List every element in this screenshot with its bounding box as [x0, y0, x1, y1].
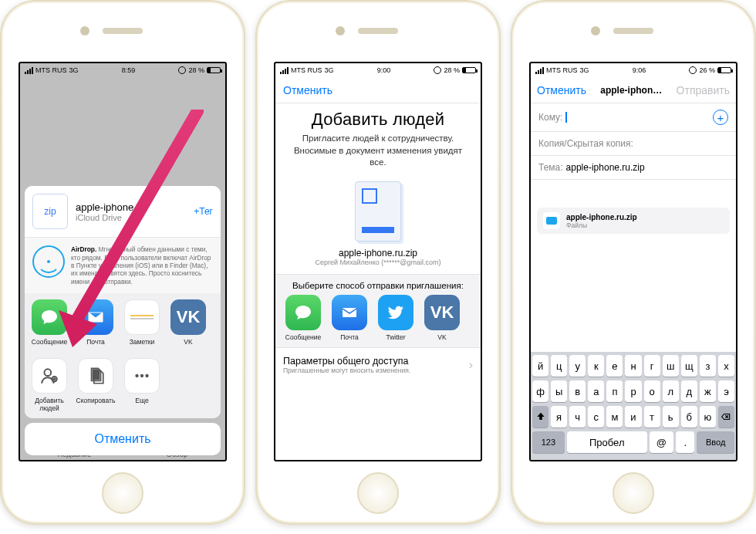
nav-title: apple-iphon… [586, 85, 677, 96]
key[interactable]: р [625, 380, 641, 402]
share-apps-row: Сообщение Почта Заметки VKVK [25, 293, 221, 352]
at-key[interactable]: @ [650, 431, 673, 453]
key[interactable]: ж [700, 380, 716, 402]
messages-icon [32, 299, 67, 335]
key[interactable]: г [644, 355, 660, 377]
numbers-key[interactable]: 123 [532, 431, 565, 453]
key[interactable]: ц [551, 355, 567, 377]
key[interactable]: у [569, 355, 586, 377]
home-button[interactable] [613, 472, 654, 514]
key[interactable]: ч [569, 406, 586, 428]
key[interactable]: е [606, 355, 623, 377]
document-name: apple-iphone.ru.zip [275, 248, 481, 259]
key[interactable]: а [588, 380, 604, 402]
clock: 9:00 [377, 66, 391, 74]
key[interactable]: к [588, 355, 604, 377]
screen-mail-compose: MTS RUS3G 9:06 26 % Отменить apple-iphon… [529, 62, 737, 461]
key[interactable]: в [569, 380, 586, 402]
share-app-messages[interactable]: Сообщение [28, 299, 71, 346]
key[interactable]: о [644, 380, 660, 402]
key[interactable]: ш [663, 355, 679, 377]
subject-field[interactable]: Тема:apple-iphone.ru.zip [531, 156, 736, 180]
key[interactable]: з [700, 355, 716, 377]
add-recipient-button[interactable]: + [713, 110, 728, 125]
key[interactable]: л [663, 380, 679, 402]
key[interactable]: й [532, 355, 548, 377]
add-tag-button[interactable]: +Тег [194, 206, 213, 217]
key[interactable]: х [718, 355, 734, 377]
svg-rect-5 [343, 308, 356, 317]
cancel-button[interactable]: Отменить [25, 423, 221, 455]
notes-icon [124, 299, 160, 335]
more-icon [124, 358, 160, 394]
invite-twitter[interactable]: Twitter [374, 295, 417, 341]
navbar: Отменить [275, 77, 481, 103]
key[interactable]: щ [681, 355, 697, 377]
cc-field[interactable]: Копия/Скрытая копия: [531, 132, 736, 156]
document-owner: Сергей Михайленко (******@gmail.com) [275, 259, 481, 274]
invite-mail[interactable]: Почта [328, 295, 371, 341]
rotation-lock-icon [689, 66, 697, 74]
screen-share-sheet: MTS RUS3G 8:59 28 % НедавниеОбзор zip ap… [19, 62, 227, 461]
page-subtitle: Пригласите людей к сотрудничеству. Вноси… [275, 131, 481, 177]
phone-2: MTS RUS3G 9:00 28 % Отменить Добавить лю… [255, 0, 501, 525]
action-add-people[interactable]: Добавить людей [28, 358, 71, 412]
key[interactable]: ь [663, 406, 679, 428]
cancel-button[interactable]: Отменить [283, 84, 332, 96]
cancel-button[interactable]: Отменить [537, 84, 586, 96]
mail-icon [332, 295, 367, 330]
share-app-notes[interactable]: Заметки [120, 299, 164, 346]
key[interactable]: и [625, 406, 641, 428]
clock: 9:06 [633, 66, 646, 74]
share-actions-row: Добавить людей Скопировать Еще [25, 352, 221, 418]
key[interactable]: д [681, 380, 697, 402]
invite-messages[interactable]: Сообщение [282, 295, 325, 341]
airdrop-section[interactable]: AirDrop. Мгновенный обмен данными с теми… [25, 237, 221, 293]
shift-key[interactable] [532, 406, 548, 428]
key[interactable]: ю [700, 406, 716, 428]
zip-icon: zip [32, 194, 68, 229]
folder-icon [543, 212, 560, 229]
text-cursor [565, 112, 567, 123]
backspace-key[interactable] [718, 406, 734, 428]
dot-key[interactable]: . [676, 431, 694, 453]
key[interactable]: я [551, 406, 567, 428]
space-key[interactable]: Пробел [567, 431, 647, 453]
key[interactable]: п [606, 380, 623, 402]
key[interactable]: т [644, 406, 660, 428]
vk-icon: VK [170, 299, 206, 335]
plus-icon: + [717, 112, 724, 123]
sharing-options-row[interactable]: Параметры общего доступа Приглашенные мо… [275, 348, 481, 376]
action-copy[interactable]: Скопировать [74, 358, 117, 412]
key[interactable]: м [606, 406, 623, 428]
navbar: Отменить apple-iphon… Отправить [531, 77, 736, 103]
key[interactable]: б [681, 406, 697, 428]
share-app-vk[interactable]: VKVK [167, 299, 210, 346]
key[interactable]: ф [532, 380, 548, 402]
status-bar: MTS RUS3G 9:06 26 % [531, 63, 736, 77]
svg-point-0 [45, 369, 52, 376]
to-field[interactable]: Кому: + [531, 103, 736, 132]
mail-icon [78, 299, 113, 335]
phone-3: MTS RUS3G 9:06 26 % Отменить apple-iphon… [511, 0, 756, 525]
key[interactable]: ы [551, 380, 567, 402]
invite-vk[interactable]: VKVK [420, 295, 464, 341]
airdrop-icon [32, 245, 65, 278]
key-row-4: 123 Пробел @ . Ввод [532, 431, 734, 453]
home-button[interactable] [357, 472, 399, 514]
key-row-1: йцукенгшщзх [532, 355, 734, 377]
share-app-mail[interactable]: Почта [74, 299, 117, 346]
key-row-2: фывапролджэ [532, 380, 734, 402]
status-bar: MTS RUS3G 9:00 28 % [275, 63, 481, 77]
send-button[interactable]: Отправить [677, 84, 730, 96]
key[interactable]: э [718, 380, 734, 402]
battery-icon [462, 67, 476, 73]
action-more[interactable]: Еще [120, 358, 164, 412]
home-button[interactable] [102, 472, 143, 514]
attachment[interactable]: apple-iphone.ru.zip Файлы [537, 208, 730, 234]
key[interactable]: н [625, 355, 641, 377]
key[interactable]: с [588, 406, 604, 428]
enter-key[interactable]: Ввод [697, 431, 734, 453]
file-name: apple-iphone.ru [76, 201, 186, 213]
chevron-right-icon: › [469, 358, 473, 372]
